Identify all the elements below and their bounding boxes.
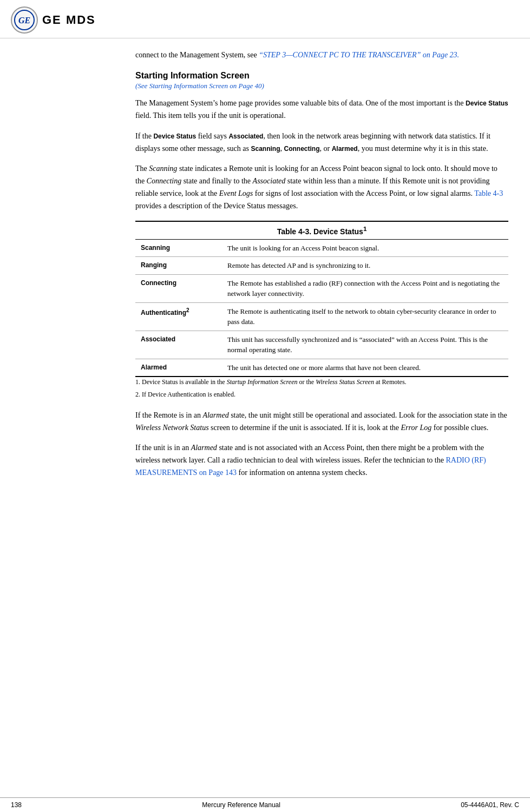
page-number: 138 <box>11 801 22 809</box>
footer-center-text: Mercury Reference Manual <box>202 801 280 809</box>
status-cell: Authenticating2 <box>135 302 222 331</box>
status-cell: Alarmed <box>135 359 222 377</box>
description-cell: Remote has detected AP and is synchroniz… <box>222 257 508 275</box>
status-cell: Associated <box>135 331 222 359</box>
section-title: Starting Information Screen <box>135 71 508 81</box>
footer-doc-number: 05-4446A01, Rev. C <box>461 801 519 809</box>
table-row: AlarmedThe unit has detected one or more… <box>135 359 508 377</box>
table43-link[interactable]: Table 4-3 <box>474 189 503 197</box>
description-cell: The Remote is authenticating itself to t… <box>222 302 508 331</box>
description-cell: The unit has detected one or more alarms… <box>222 359 508 377</box>
status-cell: Ranging <box>135 257 222 275</box>
subtitle-link[interactable]: Starting Information Screen on Page 40 <box>149 82 262 90</box>
step3-link[interactable]: “STEP 3—CONNECT PC TO THE TRANSCEIVER” o… <box>259 51 459 59</box>
table-row: Authenticating2The Remote is authenticat… <box>135 302 508 331</box>
device-status-table: ScanningThe unit is looking for an Acces… <box>135 240 508 378</box>
svg-text:GE: GE <box>18 16 30 25</box>
logo-text: GE MDS <box>42 13 96 27</box>
table-row: ScanningThe unit is looking for an Acces… <box>135 240 508 257</box>
status-cell: Connecting <box>135 274 222 302</box>
body-paragraph-3: The Scanning state indicates a Remote un… <box>135 162 508 212</box>
table-row: AssociatedThis unit has successfully syn… <box>135 331 508 359</box>
table-row: ConnectingThe Remote has established a r… <box>135 274 508 302</box>
page-footer: 138 Mercury Reference Manual 05-4446A01,… <box>0 797 530 812</box>
page-header: GE GE MDS <box>0 0 530 38</box>
main-content: connect to the Management System, see “S… <box>125 38 530 497</box>
description-cell: The unit is looking for an Access Point … <box>222 240 508 257</box>
table-title: Table 4-3. Device Status1 <box>135 221 508 240</box>
description-cell: The Remote has established a radio (RF) … <box>222 274 508 302</box>
status-cell: Scanning <box>135 240 222 257</box>
section-subtitle: (See Starting Information Screen on Page… <box>135 82 508 90</box>
intro-paragraph: connect to the Management System, see “S… <box>135 49 508 61</box>
table-footnotes: 1. Device Status is available in the Sta… <box>135 377 508 400</box>
ge-logo: GE <box>11 6 38 34</box>
footnote-2: 2. If Device Authentication is enabled. <box>135 390 508 400</box>
body-paragraph-2: If the Device Status field says Associat… <box>135 130 508 155</box>
description-cell: This unit has successfully synchronized … <box>222 331 508 359</box>
body-paragraph-5: If the unit is in an Alarmed state and i… <box>135 441 508 479</box>
logo-area: GE GE MDS <box>11 6 519 34</box>
table-row: RangingRemote has detected AP and is syn… <box>135 257 508 275</box>
device-status-table-container: Table 4-3. Device Status1 ScanningThe un… <box>135 221 508 400</box>
footnote-1: 1. Device Status is available in the Sta… <box>135 377 508 387</box>
body-paragraph-4: If the Remote is in an Alarmed state, th… <box>135 409 508 434</box>
body-paragraph-1: The Management System’s home page provid… <box>135 97 508 122</box>
